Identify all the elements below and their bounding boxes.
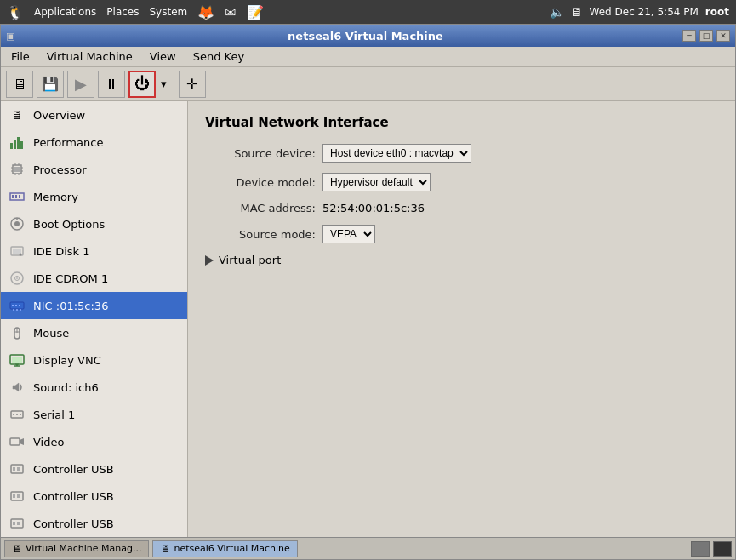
svg-point-19 — [14, 221, 20, 226]
sidebar: 🖥 Overview Performance — [1, 101, 188, 537]
virtual-port-row[interactable]: Virtual port — [205, 254, 718, 266]
main-window: ▣ netseal6 Virtual Machine ─ □ ✕ File Vi… — [0, 24, 736, 560]
svg-rect-17 — [19, 195, 20, 198]
svg-point-26 — [16, 277, 18, 279]
send-key-menu[interactable]: Send Key — [186, 49, 251, 65]
sidebar-item-overview[interactable]: 🖥 Overview — [1, 101, 187, 129]
source-device-label: Source device: — [205, 147, 316, 160]
sidebar-item-serial-1[interactable]: Serial 1 — [1, 401, 187, 428]
video-icon — [8, 432, 26, 451]
svg-rect-22 — [13, 249, 21, 254]
window-icon: ▣ — [6, 31, 14, 42]
boot-options-label: Boot Options — [33, 218, 105, 231]
status-item-vm[interactable]: 🖥 netseal6 Virtual Machine — [152, 540, 297, 557]
sidebar-item-processor[interactable]: Processor — [1, 156, 187, 183]
source-mode-select[interactable]: VEPA — [322, 225, 375, 243]
sidebar-item-sound[interactable]: Sound: ich6 — [1, 374, 187, 401]
system-bar-right: 🔈 🖥 Wed Dec 21, 5:54 PM root — [550, 5, 729, 19]
video-label: Video — [33, 436, 64, 449]
file-menu[interactable]: File — [4, 49, 37, 65]
source-device-select[interactable]: Host device eth0 : macvtap — [322, 144, 471, 163]
minimize-button[interactable]: ─ — [682, 30, 696, 42]
processor-label: Processor — [33, 163, 87, 176]
svg-rect-1 — [14, 140, 16, 149]
controller-usb-3-icon — [8, 514, 26, 533]
svg-rect-55 — [13, 522, 15, 525]
arrows-toolbar-btn[interactable]: ✛ — [179, 71, 206, 98]
network-icon: 🖥 — [571, 5, 583, 19]
status-right — [691, 541, 732, 557]
sidebar-item-boot-options[interactable]: Boot Options — [1, 210, 187, 237]
device-model-select[interactable]: Hypervisor default — [322, 173, 431, 191]
pause-toolbar-btn[interactable]: ⏸ — [98, 71, 125, 98]
screen-toolbar-btn[interactable]: 🖥 — [6, 71, 33, 98]
sidebar-item-display-vnc[interactable]: Display VNC — [1, 346, 187, 374]
status-item-manager[interactable]: 🖥 Virtual Machine Manag... — [4, 540, 149, 557]
sidebar-item-performance[interactable]: Performance — [1, 129, 187, 156]
nic-label: NIC :01:5c:36 — [33, 300, 108, 312]
svg-rect-15 — [12, 195, 14, 198]
svg-rect-29 — [15, 305, 17, 306]
menu-bar: File Virtual Machine View Send Key — [1, 47, 735, 67]
performance-icon — [8, 133, 26, 151]
sidebar-item-controller-usb-2[interactable]: Controller USB — [1, 483, 187, 510]
view-menu[interactable]: View — [143, 49, 183, 65]
envelope-icon: ✉ — [225, 4, 236, 20]
mac-address-label: MAC address: — [205, 202, 316, 214]
display-vnc-icon — [8, 351, 26, 369]
svg-rect-56 — [17, 522, 20, 525]
system-menu[interactable]: System — [149, 6, 187, 18]
sidebar-item-ide-cdrom-1[interactable]: IDE CDROM 1 — [1, 265, 187, 292]
svg-rect-0 — [10, 143, 13, 149]
sidebar-item-mouse[interactable]: Mouse — [1, 319, 187, 346]
power-toolbar-btn[interactable]: ⏻ — [128, 71, 156, 98]
window-title: netseal6 Virtual Machine — [48, 30, 682, 43]
virtual-machine-menu[interactable]: Virtual Machine — [40, 49, 140, 65]
close-button[interactable]: ✕ — [716, 30, 730, 42]
detail-title: Virtual Network Interface — [205, 115, 718, 130]
title-bar-left: ▣ — [6, 31, 48, 42]
window-controls: ─ □ ✕ — [682, 30, 730, 42]
source-device-row: Source device: Host device eth0 : macvta… — [205, 144, 718, 163]
applications-menu[interactable]: Applications — [34, 6, 96, 18]
places-menu[interactable]: Places — [106, 6, 139, 18]
volume-icon: 🔈 — [550, 5, 564, 19]
play-toolbar-btn[interactable]: ▶ — [67, 71, 94, 98]
ide-cdrom-1-icon — [8, 269, 26, 288]
sidebar-item-controller-usb-3[interactable]: Controller USB — [1, 510, 187, 537]
sidebar-item-nic[interactable]: NIC :01:5c:36 — [1, 292, 187, 319]
svg-rect-37 — [12, 357, 22, 363]
sound-icon — [8, 378, 26, 397]
overview-icon: 🖥 — [8, 106, 26, 124]
virtual-port-triangle — [205, 255, 214, 266]
app-menu-icon: 🐧 — [7, 4, 24, 20]
svg-rect-16 — [15, 195, 17, 198]
disk-toolbar-btn[interactable]: 💾 — [37, 71, 64, 98]
sidebar-item-ide-disk-1[interactable]: IDE Disk 1 — [1, 237, 187, 265]
svg-rect-46 — [10, 438, 20, 445]
source-mode-row: Source mode: VEPA — [205, 225, 718, 243]
ide-disk-1-label: IDE Disk 1 — [33, 245, 90, 258]
controller-usb-2-label: Controller USB — [33, 490, 114, 503]
note-icon: 📝 — [247, 4, 264, 20]
restore-button[interactable]: □ — [699, 30, 713, 42]
power-dropdown-arrow[interactable]: ▾ — [161, 77, 167, 90]
svg-rect-3 — [20, 141, 23, 149]
serial-1-label: Serial 1 — [33, 409, 75, 421]
mouse-icon — [8, 323, 26, 342]
sidebar-item-video[interactable]: Video — [1, 428, 187, 455]
toolbar: 🖥 💾 ▶ ⏸ ⏻ ▾ ✛ — [1, 67, 735, 101]
ide-disk-1-icon — [8, 242, 26, 260]
sidebar-item-controller-usb-1[interactable]: Controller USB — [1, 455, 187, 483]
boot-options-icon — [8, 214, 26, 233]
svg-point-43 — [13, 414, 14, 415]
firefox-icon: 🦊 — [197, 4, 214, 20]
virtual-port-label: Virtual port — [219, 254, 281, 266]
mac-address-row: MAC address: 52:54:00:01:5c:36 — [205, 202, 718, 214]
svg-point-23 — [20, 254, 22, 256]
serial-1-icon — [8, 405, 26, 424]
svg-point-45 — [20, 414, 21, 415]
svg-rect-30 — [19, 305, 20, 306]
ide-cdrom-1-label: IDE CDROM 1 — [33, 272, 108, 285]
sidebar-item-memory[interactable]: Memory — [1, 183, 187, 210]
